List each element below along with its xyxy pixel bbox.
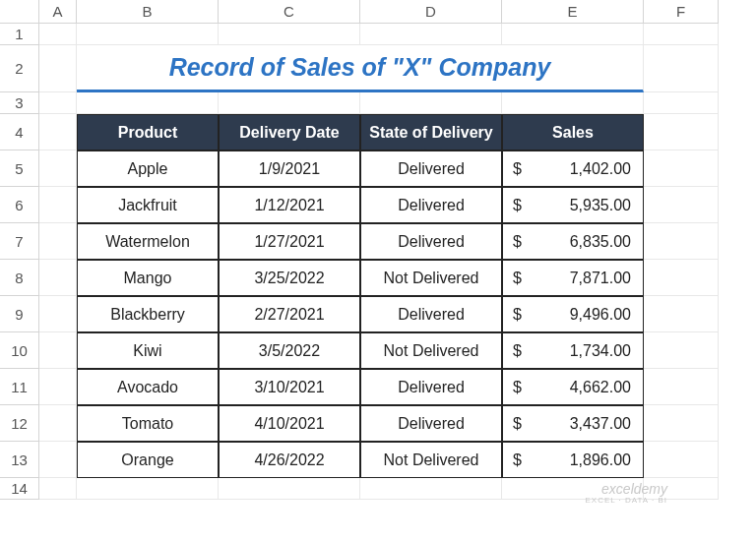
row-header-11[interactable]: 11 bbox=[0, 369, 39, 405]
table-cell[interactable]: $1,402.00 bbox=[502, 150, 644, 187]
cell[interactable] bbox=[39, 187, 77, 223]
table-cell[interactable]: Apple bbox=[77, 150, 219, 187]
row-header-10[interactable]: 10 bbox=[0, 332, 39, 369]
table-cell[interactable]: $1,896.00 bbox=[502, 442, 644, 478]
cell[interactable] bbox=[360, 92, 502, 114]
cell[interactable] bbox=[77, 24, 219, 45]
table-cell[interactable]: $6,835.00 bbox=[502, 223, 644, 260]
table-cell[interactable]: Not Delivered bbox=[360, 442, 502, 478]
header-product[interactable]: Product bbox=[77, 114, 219, 150]
table-cell[interactable]: $4,662.00 bbox=[502, 369, 644, 405]
page-title[interactable]: Record of Sales of "X" Company bbox=[77, 45, 644, 92]
table-cell[interactable]: Delivered bbox=[360, 150, 502, 187]
cell[interactable] bbox=[39, 114, 77, 150]
cell[interactable] bbox=[644, 45, 719, 92]
cell[interactable] bbox=[502, 24, 644, 45]
row-header-9[interactable]: 9 bbox=[0, 296, 39, 332]
table-cell[interactable]: $7,871.00 bbox=[502, 260, 644, 296]
cell[interactable] bbox=[39, 92, 77, 114]
table-cell[interactable]: $5,935.00 bbox=[502, 187, 644, 223]
table-cell[interactable]: Delivered bbox=[360, 223, 502, 260]
row-header-5[interactable]: 5 bbox=[0, 150, 39, 187]
table-cell[interactable]: 4/10/2021 bbox=[219, 405, 360, 442]
cell[interactable] bbox=[39, 150, 77, 187]
cell[interactable] bbox=[39, 45, 77, 92]
cell[interactable] bbox=[39, 332, 77, 369]
cell[interactable] bbox=[644, 187, 719, 223]
table-cell[interactable]: Jackfruit bbox=[77, 187, 219, 223]
cell[interactable] bbox=[644, 478, 719, 500]
table-cell[interactable]: 3/25/2022 bbox=[219, 260, 360, 296]
cell[interactable] bbox=[77, 92, 219, 114]
table-cell[interactable]: Not Delivered bbox=[360, 260, 502, 296]
col-header-c[interactable]: C bbox=[219, 0, 360, 24]
row-header-14[interactable]: 14 bbox=[0, 478, 39, 500]
cell[interactable] bbox=[644, 223, 719, 260]
cell[interactable] bbox=[77, 478, 219, 500]
cell[interactable] bbox=[219, 478, 360, 500]
cell[interactable] bbox=[644, 442, 719, 478]
row-header-6[interactable]: 6 bbox=[0, 187, 39, 223]
table-cell[interactable]: Tomato bbox=[77, 405, 219, 442]
table-cell[interactable]: 1/27/2021 bbox=[219, 223, 360, 260]
table-cell[interactable]: 3/10/2021 bbox=[219, 369, 360, 405]
row-header-1[interactable]: 1 bbox=[0, 24, 39, 45]
table-cell[interactable]: $9,496.00 bbox=[502, 296, 644, 332]
cell[interactable] bbox=[644, 92, 719, 114]
row-header-8[interactable]: 8 bbox=[0, 260, 39, 296]
table-cell[interactable]: 4/26/2022 bbox=[219, 442, 360, 478]
cell[interactable] bbox=[644, 260, 719, 296]
table-cell[interactable]: 2/27/2021 bbox=[219, 296, 360, 332]
row-header-3[interactable]: 3 bbox=[0, 92, 39, 114]
cell[interactable] bbox=[644, 296, 719, 332]
col-header-e[interactable]: E bbox=[502, 0, 644, 24]
cell[interactable] bbox=[644, 332, 719, 369]
table-cell[interactable]: Delivered bbox=[360, 405, 502, 442]
cell[interactable] bbox=[39, 405, 77, 442]
table-cell[interactable]: Kiwi bbox=[77, 332, 219, 369]
table-cell[interactable]: $1,734.00 bbox=[502, 332, 644, 369]
row-header-2[interactable]: 2 bbox=[0, 45, 39, 92]
table-cell[interactable]: 3/5/2022 bbox=[219, 332, 360, 369]
row-header-4[interactable]: 4 bbox=[0, 114, 39, 150]
header-sales[interactable]: Sales bbox=[502, 114, 644, 150]
table-cell[interactable]: Delivered bbox=[360, 369, 502, 405]
cell[interactable] bbox=[644, 405, 719, 442]
cell[interactable] bbox=[502, 478, 644, 500]
cell[interactable] bbox=[502, 92, 644, 114]
cell[interactable] bbox=[219, 92, 360, 114]
table-cell[interactable]: Watermelon bbox=[77, 223, 219, 260]
table-cell[interactable]: 1/9/2021 bbox=[219, 150, 360, 187]
cell[interactable] bbox=[39, 478, 77, 500]
table-cell[interactable]: Not Delivered bbox=[360, 332, 502, 369]
header-date[interactable]: Delivery Date bbox=[219, 114, 360, 150]
cell[interactable] bbox=[644, 114, 719, 150]
cell[interactable] bbox=[39, 296, 77, 332]
table-cell[interactable]: Delivered bbox=[360, 187, 502, 223]
col-header-a[interactable]: A bbox=[39, 0, 77, 24]
table-cell[interactable]: Mango bbox=[77, 260, 219, 296]
cell[interactable] bbox=[360, 478, 502, 500]
cell[interactable] bbox=[360, 24, 502, 45]
cell[interactable] bbox=[644, 150, 719, 187]
row-header-12[interactable]: 12 bbox=[0, 405, 39, 442]
col-header-b[interactable]: B bbox=[77, 0, 219, 24]
table-cell[interactable]: Orange bbox=[77, 442, 219, 478]
cell[interactable] bbox=[39, 442, 77, 478]
cell[interactable] bbox=[39, 369, 77, 405]
table-cell[interactable]: Avocado bbox=[77, 369, 219, 405]
table-cell[interactable]: Delivered bbox=[360, 296, 502, 332]
table-cell[interactable]: $3,437.00 bbox=[502, 405, 644, 442]
corner-select[interactable] bbox=[0, 0, 39, 24]
col-header-f[interactable]: F bbox=[644, 0, 719, 24]
row-header-7[interactable]: 7 bbox=[0, 223, 39, 260]
cell[interactable] bbox=[39, 223, 77, 260]
cell[interactable] bbox=[644, 369, 719, 405]
table-cell[interactable]: Blackberry bbox=[77, 296, 219, 332]
col-header-d[interactable]: D bbox=[360, 0, 502, 24]
cell[interactable] bbox=[39, 24, 77, 45]
row-header-13[interactable]: 13 bbox=[0, 442, 39, 478]
cell[interactable] bbox=[39, 260, 77, 296]
cell[interactable] bbox=[219, 24, 360, 45]
cell[interactable] bbox=[644, 24, 719, 45]
